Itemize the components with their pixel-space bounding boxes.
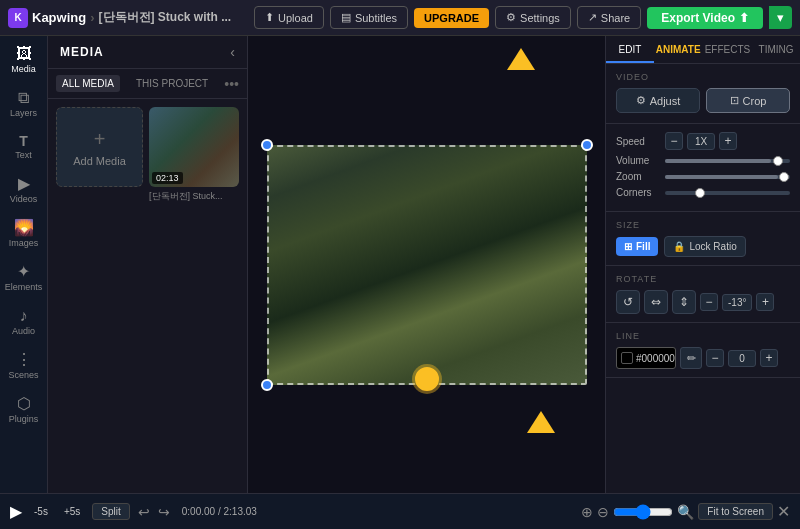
timeline-zoom-in-button[interactable]: ⊕ [581, 504, 593, 520]
text-icon: T [19, 134, 28, 148]
zoom-row: Zoom [616, 171, 790, 182]
thumb-container[interactable]: 02:13 [149, 107, 239, 187]
flip-h-button[interactable]: ⇔ [644, 290, 668, 314]
zoom-slider[interactable] [665, 175, 790, 179]
tab-all-media[interactable]: ALL MEDIA [56, 75, 120, 92]
crop-button[interactable]: ⊡ Crop [706, 88, 790, 113]
tab-timing[interactable]: TIMING [752, 36, 800, 63]
rotate-minus-button[interactable]: − [700, 293, 718, 311]
flip-v-button[interactable]: ⇕ [672, 290, 696, 314]
settings-button[interactable]: ⚙ Settings [495, 6, 571, 29]
right-panel: EDIT ANIMATE EFFECTS TIMING VIDEO ⚙ Adju… [605, 36, 800, 493]
sidebar-item-media[interactable]: 🖼 Media [3, 40, 45, 80]
fit-to-screen-button[interactable]: Fit to Screen [698, 503, 773, 520]
main-area: 🖼 Media ⧉ Layers T Text ▶ Videos 🌄 Image… [0, 36, 800, 493]
corners-slider[interactable] [665, 191, 790, 195]
line-minus-button[interactable]: − [706, 349, 724, 367]
share-icon: ↗ [588, 11, 597, 24]
rotate-section: ROTATE ↺ ⇔ ⇕ − -13° + [606, 266, 800, 323]
tab-effects[interactable]: EFFECTS [703, 36, 753, 63]
rotate-value: -13° [722, 294, 752, 311]
subtitles-button[interactable]: ▤ Subtitles [330, 6, 408, 29]
line-row: #000000 ✏ − 0 + [616, 347, 790, 369]
color-value: #000000 [636, 353, 675, 364]
videos-icon: ▶ [18, 176, 30, 192]
layers-icon: ⧉ [18, 90, 29, 106]
export-button[interactable]: Export Video ⬆ [647, 7, 763, 29]
color-swatch[interactable]: #000000 [616, 347, 676, 369]
canvas-area [248, 36, 605, 493]
sidebar-item-videos[interactable]: ▶ Videos [3, 170, 45, 210]
tab-this-project[interactable]: THIS PROJECT [130, 75, 214, 92]
sidebar-item-layers[interactable]: ⧉ Layers [3, 84, 45, 124]
play-button[interactable]: ▶ [10, 502, 22, 521]
skip-back-button[interactable]: -5s [30, 504, 52, 519]
sidebar-item-audio[interactable]: ♪ Audio [3, 302, 45, 342]
rotate-row: ↺ ⇔ ⇕ − -13° + [616, 290, 790, 314]
share-button[interactable]: ↗ Share [577, 6, 641, 29]
timeline-close-button[interactable]: ✕ [777, 502, 790, 521]
sidebar-item-label: Images [9, 238, 39, 248]
fill-button[interactable]: ⊞ Fill [616, 237, 658, 256]
rotate-ccw-button[interactable]: ↺ [616, 290, 640, 314]
redo-button[interactable]: ↪ [158, 504, 170, 520]
sidebar-item-scenes[interactable]: ⋮ Scenes [3, 346, 45, 386]
sidebar-item-plugins[interactable]: ⬡ Plugins [3, 390, 45, 430]
audio-icon: ♪ [20, 308, 28, 324]
timeline-zoom-slider[interactable] [613, 504, 673, 520]
scenes-icon: ⋮ [16, 352, 32, 368]
add-media-button[interactable]: + Add Media [56, 107, 143, 203]
media-panel-close-button[interactable]: ‹ [230, 44, 235, 60]
thumb-duration: 02:13 [152, 172, 183, 184]
handle-top-right[interactable] [581, 139, 593, 151]
eyedropper-icon: ✏ [687, 352, 696, 365]
elements-icon: ✦ [17, 264, 30, 280]
canvas-video [267, 145, 587, 385]
chevron-down-icon: ▾ [777, 10, 784, 25]
sidebar-item-images[interactable]: 🌄 Images [3, 214, 45, 254]
edit-tabs: EDIT ANIMATE EFFECTS TIMING [606, 36, 800, 64]
speed-minus-button[interactable]: − [665, 132, 683, 150]
handle-center-bottom[interactable] [415, 367, 439, 391]
speed-plus-button[interactable]: + [719, 132, 737, 150]
speed-row: Speed − 1X + [616, 132, 790, 150]
bottom-bar: ▶ -5s +5s Split ↩ ↪ 0:00.00 / 2:13.03 ⊕ … [0, 493, 800, 529]
logo-icon: K [8, 8, 28, 28]
lock-ratio-button[interactable]: 🔒 Lock Ratio [664, 236, 745, 257]
tab-edit[interactable]: EDIT [606, 36, 654, 63]
timeline-zoom-out-button[interactable]: ⊖ [597, 504, 609, 520]
sidebar-item-label: Plugins [9, 414, 39, 424]
line-plus-button[interactable]: + [760, 349, 778, 367]
rotate-plus-button[interactable]: + [756, 293, 774, 311]
undo-button[interactable]: ↩ [138, 504, 150, 520]
settings-icon: ⚙ [506, 11, 516, 24]
media-more-button[interactable]: ••• [224, 76, 239, 92]
add-media-label: Add Media [73, 155, 126, 167]
sidebar-item-elements[interactable]: ✦ Elements [3, 258, 45, 298]
crop-icon: ⊡ [730, 94, 739, 107]
handle-top-left[interactable] [261, 139, 273, 151]
export-dropdown-button[interactable]: ▾ [769, 6, 792, 29]
handle-bottom-left[interactable] [261, 379, 273, 391]
volume-slider[interactable] [665, 159, 790, 163]
upload-button[interactable]: ⬆ Upload [254, 6, 324, 29]
canvas-wrapper [267, 145, 587, 385]
media-thumbnail[interactable]: 02:13 [단독버전] Stuck... [149, 107, 239, 203]
media-tabs: ALL MEDIA THIS PROJECT ••• [48, 69, 247, 99]
add-media-container[interactable]: + Add Media [56, 107, 143, 187]
timeline-search-button[interactable]: 🔍 [677, 504, 694, 520]
skip-forward-button[interactable]: +5s [60, 504, 84, 519]
split-button[interactable]: Split [92, 503, 129, 520]
adjust-button[interactable]: ⚙ Adjust [616, 88, 700, 113]
plugins-icon: ⬡ [17, 396, 31, 412]
tab-animate[interactable]: ANIMATE [654, 36, 703, 63]
breadcrumb-sep: › [90, 10, 94, 25]
upgrade-button[interactable]: UPGRADE [414, 8, 489, 28]
line-value: 0 [728, 350, 756, 367]
size-row: ⊞ Fill 🔒 Lock Ratio [616, 236, 790, 257]
eyedropper-button[interactable]: ✏ [680, 347, 702, 369]
play-icon: ▶ [10, 503, 22, 520]
media-panel-title: MEDIA [60, 45, 104, 59]
corners-label: Corners [616, 187, 661, 198]
sidebar-item-text[interactable]: T Text [3, 128, 45, 166]
